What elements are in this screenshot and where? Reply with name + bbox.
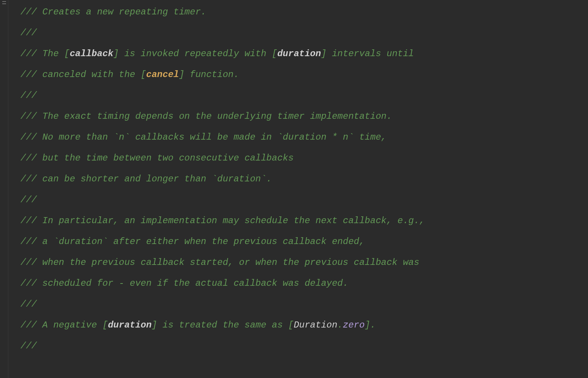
comment-text: The exact timing depends on the underlyi… — [37, 111, 392, 121]
doc-reference-duration[interactable]: duration — [277, 49, 321, 59]
comment-text: canceled with the [ — [37, 69, 146, 80]
comment-prefix: /// — [20, 299, 37, 309]
comment-prefix: /// — [20, 7, 37, 17]
comment-text: can be shorter and longer than `duration… — [37, 174, 272, 184]
comment-prefix: /// — [20, 257, 37, 268]
comment-line: /// — [20, 22, 588, 43]
comment-prefix: /// — [20, 153, 37, 163]
comment-text: No more than `n` callbacks will be made … — [37, 132, 387, 142]
fold-handle-icon[interactable] — [1, 0, 8, 5]
comment-line: /// Creates a new repeating timer. — [20, 2, 588, 22]
comment-line: /// — [20, 294, 588, 315]
comment-prefix: /// — [20, 320, 37, 330]
comment-prefix: /// — [20, 236, 37, 247]
comment-prefix: /// — [20, 111, 37, 121]
comment-text: ] is treated the same as [ — [152, 320, 294, 330]
comment-prefix: /// — [20, 341, 37, 351]
code-area[interactable]: /// Creates a new repeating timer. /// /… — [8, 0, 588, 378]
comment-prefix: /// — [20, 216, 37, 226]
comment-line: /// a `duration` after either when the p… — [20, 231, 588, 252]
comment-prefix: /// — [20, 278, 37, 288]
doc-reference-duration[interactable]: duration — [108, 320, 151, 330]
comment-text: . — [337, 320, 343, 330]
comment-line: /// The [callback] is invoked repeatedly… — [20, 43, 588, 64]
comment-text: ] is invoked repeatedly with [ — [113, 49, 277, 59]
comment-line: /// scheduled for - even if the actual c… — [20, 273, 588, 294]
comment-text: when the previous callback started, or w… — [37, 257, 419, 268]
comment-text: ] function. — [179, 69, 239, 80]
comment-line: /// No more than `n` callbacks will be m… — [20, 127, 588, 148]
comment-line: /// In particular, an implementation may… — [20, 210, 588, 231]
comment-prefix: /// — [20, 28, 37, 38]
comment-line: /// when the previous callback started, … — [20, 252, 588, 273]
comment-prefix: /// — [20, 90, 37, 101]
comment-line: /// — [20, 335, 588, 356]
comment-line: /// canceled with the [cancel] function. — [20, 64, 588, 85]
comment-line: /// can be shorter and longer than `dura… — [20, 169, 588, 189]
comment-text: The [ — [37, 49, 69, 59]
comment-text: ]. — [365, 320, 376, 330]
comment-text: In particular, an implementation may sch… — [37, 216, 425, 226]
comment-line: /// but the time between two consecutive… — [20, 148, 588, 169]
comment-prefix: /// — [20, 69, 37, 80]
comment-text: scheduled for - even if the actual callb… — [37, 278, 348, 288]
comment-prefix: /// — [20, 195, 37, 205]
comment-prefix: /// — [20, 49, 37, 59]
comment-line: /// — [20, 189, 588, 210]
doc-reference-zero[interactable]: zero — [343, 320, 365, 330]
editor-gutter — [0, 0, 8, 378]
comment-text: A negative [ — [37, 320, 108, 330]
comment-prefix: /// — [20, 174, 37, 184]
code-editor[interactable]: /// Creates a new repeating timer. /// /… — [0, 0, 588, 378]
doc-reference-duration-class[interactable]: Duration — [294, 320, 337, 330]
comment-text: but the time between two consecutive cal… — [37, 153, 294, 163]
comment-line: /// A negative [duration] is treated the… — [20, 315, 588, 335]
doc-reference-callback[interactable]: callback — [70, 49, 113, 59]
comment-text: a `duration` after either when the previ… — [37, 236, 365, 247]
comment-text: ] intervals until — [321, 49, 414, 59]
comment-text: Creates a new repeating timer. — [37, 7, 206, 17]
comment-line: /// The exact timing depends on the unde… — [20, 106, 588, 127]
comment-prefix: /// — [20, 132, 37, 142]
doc-reference-cancel[interactable]: cancel — [146, 69, 179, 80]
comment-line: /// — [20, 85, 588, 106]
